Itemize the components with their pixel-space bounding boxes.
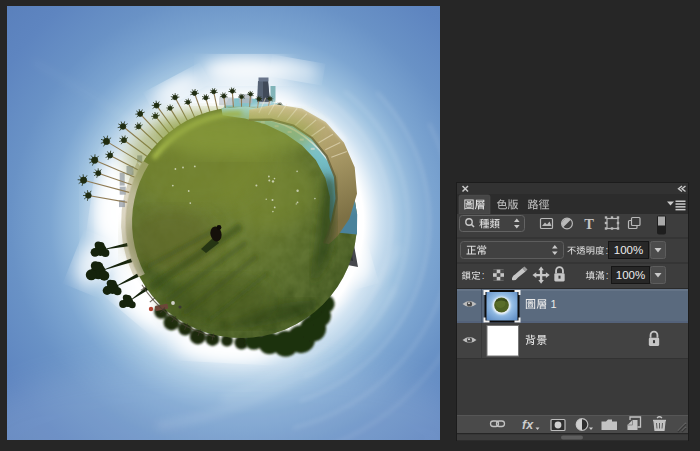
svg-text::: : bbox=[605, 245, 608, 256]
svg-text:T: T bbox=[584, 216, 594, 232]
svg-text::: : bbox=[606, 270, 609, 281]
svg-text:100%: 100% bbox=[616, 269, 645, 281]
svg-text::: : bbox=[482, 270, 485, 281]
svg-text:1: 1 bbox=[551, 298, 557, 310]
svg-text:100%: 100% bbox=[614, 244, 643, 256]
svg-text:fx: fx bbox=[522, 418, 534, 432]
